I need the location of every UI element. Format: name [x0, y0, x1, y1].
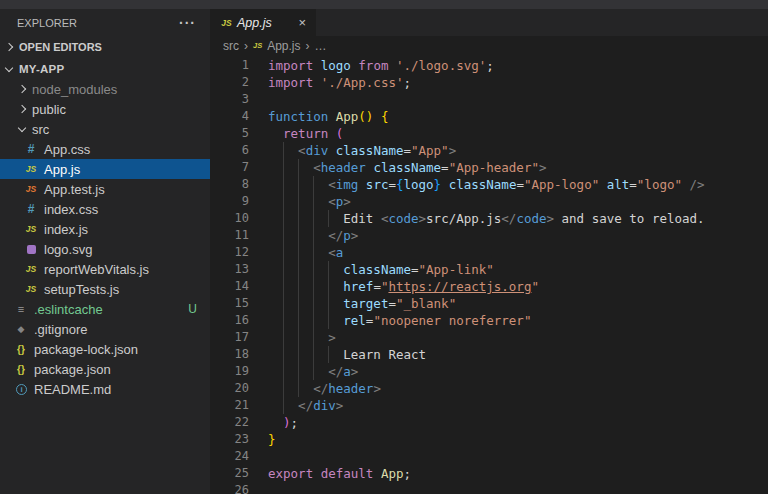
- token: a: [336, 245, 344, 260]
- file-label: node_modules: [32, 82, 117, 97]
- code-line[interactable]: 23}: [210, 431, 768, 448]
- code-line[interactable]: 12 <a: [210, 244, 768, 261]
- token: [388, 58, 396, 73]
- indent-guide: [283, 346, 284, 363]
- code-text: </a>: [268, 363, 358, 380]
- indent-guide: [298, 346, 299, 363]
- file-App.css[interactable]: #App.css: [0, 139, 210, 159]
- token: {: [381, 109, 389, 124]
- titlebar-strip: [0, 0, 768, 9]
- token: [268, 296, 343, 311]
- tab-app-js[interactable]: JS App.js ×: [210, 9, 316, 36]
- token: ;: [291, 415, 299, 430]
- code-line[interactable]: 16 rel="noopener noreferrer": [210, 312, 768, 329]
- token: export: [268, 466, 313, 481]
- token: <: [313, 160, 321, 175]
- open-editors-section[interactable]: OPEN EDITORS: [0, 36, 210, 58]
- css-file-icon: #: [23, 142, 39, 156]
- code-line[interactable]: 1import logo from './logo.svg';: [210, 57, 768, 74]
- indent-guide: [313, 329, 314, 346]
- token: {: [396, 177, 404, 192]
- code-line[interactable]: 24: [210, 448, 768, 465]
- breadcrumb-src[interactable]: src: [223, 39, 239, 53]
- line-number: 26: [210, 482, 249, 494]
- line-number: 7: [210, 159, 249, 176]
- chevron-right-icon: [3, 41, 15, 53]
- breadcrumb-symbol[interactable]: …: [315, 39, 327, 53]
- code-line[interactable]: 8 <img src={logo} className="App-logo" a…: [210, 176, 768, 193]
- file-label: logo.svg: [44, 242, 92, 257]
- file-App.test.js[interactable]: JSApp.test.js: [0, 179, 210, 199]
- token: [441, 177, 449, 192]
- code-line[interactable]: 18 Learn React: [210, 346, 768, 363]
- file-reportWebVitals.js[interactable]: JSreportWebVitals.js: [0, 259, 210, 279]
- indent-guide: [298, 278, 299, 295]
- line-number: 15: [210, 295, 249, 312]
- indent-guide: [283, 312, 284, 329]
- code-line[interactable]: 13 className="App-link": [210, 261, 768, 278]
- code-line[interactable]: 15 target="_blank": [210, 295, 768, 312]
- svg-file-icon: [23, 245, 39, 254]
- close-icon[interactable]: ×: [298, 15, 306, 30]
- token: [328, 109, 336, 124]
- explorer-sidebar: EXPLORER ··· OPEN EDITORS MY-APP node_mo…: [0, 9, 210, 494]
- code-line[interactable]: 2import './App.css';: [210, 74, 768, 91]
- token: [268, 262, 343, 277]
- breadcrumb-file[interactable]: App.js: [267, 39, 300, 53]
- line-number: 11: [210, 227, 249, 244]
- code-text: );: [268, 414, 298, 431]
- file-index.js[interactable]: JSindex.js: [0, 219, 210, 239]
- token: >: [351, 228, 359, 243]
- code-line[interactable]: 25export default App;: [210, 465, 768, 482]
- code-line[interactable]: 22 );: [210, 414, 768, 431]
- file-label: setupTests.js: [44, 282, 119, 297]
- more-actions-icon[interactable]: ···: [179, 15, 196, 31]
- file-package.json[interactable]: {}package.json: [0, 359, 210, 379]
- file-label: package-lock.json: [34, 342, 138, 357]
- code-line[interactable]: 17 >: [210, 329, 768, 346]
- line-number: 24: [210, 448, 249, 465]
- code-line[interactable]: 10 Edit <code>src/App.js</code> and save…: [210, 210, 768, 227]
- code-line[interactable]: 5 return (: [210, 125, 768, 142]
- code-line[interactable]: 21 </div>: [210, 397, 768, 414]
- code-line[interactable]: 4function App() {: [210, 108, 768, 125]
- token: import: [268, 75, 313, 90]
- code-line[interactable]: 6 <div className="App">: [210, 142, 768, 159]
- line-number: 9: [210, 193, 249, 210]
- code-line[interactable]: 7 <header className="App-header">: [210, 159, 768, 176]
- folder-node_modules[interactable]: node_modules: [0, 79, 210, 99]
- folder-src[interactable]: src: [0, 119, 210, 139]
- line-number: 22: [210, 414, 249, 431]
- indent-guide: [298, 363, 299, 380]
- folder-public[interactable]: public: [0, 99, 210, 119]
- indent-guide: [298, 159, 299, 176]
- code-text: return (: [268, 125, 343, 142]
- indent-guide: [313, 227, 314, 244]
- code-line[interactable]: 3: [210, 91, 768, 108]
- line-number: 18: [210, 346, 249, 363]
- line-number: 3: [210, 91, 249, 108]
- code-line[interactable]: 26: [210, 482, 768, 494]
- file-package-lock.json[interactable]: {}package-lock.json: [0, 339, 210, 359]
- file-setupTests.js[interactable]: JSsetupTests.js: [0, 279, 210, 299]
- js-file-icon: JS: [23, 224, 39, 234]
- code-line[interactable]: 20 </header>: [210, 380, 768, 397]
- code-text: import logo from './logo.svg';: [268, 57, 494, 74]
- file-App.js[interactable]: JSApp.js: [0, 159, 210, 179]
- token: [268, 279, 343, 294]
- file-.gitignore[interactable]: ◆.gitignore: [0, 319, 210, 339]
- token: [268, 381, 313, 396]
- code-line[interactable]: 19 </a>: [210, 363, 768, 380]
- code-line[interactable]: 9 <p>: [210, 193, 768, 210]
- indent-guide: [283, 295, 284, 312]
- code-line[interactable]: 14 href="https://reactjs.org": [210, 278, 768, 295]
- workspace-root-section[interactable]: MY-APP: [0, 58, 210, 79]
- code-text: <img src={logo} className="App-logo" alt…: [268, 176, 705, 193]
- line-number: 21: [210, 397, 249, 414]
- file-README.md[interactable]: iREADME.md: [0, 379, 210, 399]
- token: </: [328, 228, 343, 243]
- file-index.css[interactable]: #index.css: [0, 199, 210, 219]
- file-.eslintcache[interactable]: ≡.eslintcacheU: [0, 299, 210, 319]
- code-line[interactable]: 11 </p>: [210, 227, 768, 244]
- file-logo.svg[interactable]: logo.svg: [0, 239, 210, 259]
